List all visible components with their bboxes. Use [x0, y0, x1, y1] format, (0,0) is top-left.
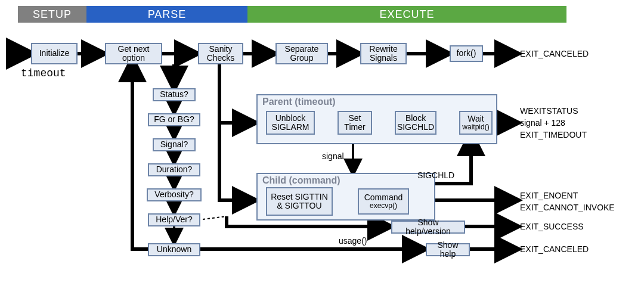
edge-label-usage: usage() [339, 236, 367, 246]
group-parent-title: Parent (timeout) [262, 97, 336, 107]
out-wait-1: WEXITSTATUS [520, 106, 578, 116]
node-status: Status? [153, 88, 196, 101]
out-unknown: EXIT_CANCELED [520, 244, 589, 254]
out-cmd-1: EXIT_ENOENT [520, 191, 578, 200]
out-wait-2: signal + 128 [520, 118, 565, 128]
node-unblock-siglarm: Unblock SIGLARM [266, 111, 315, 135]
group-child-title: Child (command) [262, 175, 340, 186]
node-block-sigchld: Block SIGCHLD [395, 111, 436, 135]
node-wait: Wait waitpid() [459, 111, 493, 135]
node-show-help-version: Show help/version [391, 221, 465, 234]
node-help-ver: Help/Ver? [148, 213, 200, 226]
phase-bar: SETUP PARSE EXECUTE [18, 6, 566, 23]
node-rewrite-signals: Rewrite Signals [360, 43, 407, 64]
entry-label: timeout [21, 67, 66, 79]
node-command-title: Command [364, 193, 403, 202]
node-fg-bg: FG or BG? [148, 113, 200, 126]
node-command-sub: execvp() [370, 202, 397, 210]
out-fork: EXIT_CANCELED [520, 49, 589, 58]
node-fork: fork() [450, 45, 483, 62]
phase-setup: SETUP [18, 6, 86, 23]
node-wait-sub: waitpid() [462, 123, 489, 131]
node-separate-group: Separate Group [275, 43, 328, 64]
edge-label-signal: signal [322, 151, 344, 161]
flowchart-canvas: timeout Initialize Get next option Sanit… [6, 35, 638, 291]
node-show-help: Show help [426, 243, 470, 256]
phase-parse: PARSE [86, 6, 247, 23]
out-help-version: EXIT_SUCCESS [520, 222, 584, 231]
node-set-timer: Set Timer [338, 111, 372, 135]
node-reset-sigttin: Reset SIGTTIN & SIGTTOU [266, 187, 333, 216]
node-get-next-option: Get next option [105, 43, 162, 64]
node-command: Command execvp() [358, 188, 409, 215]
node-sanity-checks: Sanity Checks [198, 43, 243, 64]
out-wait-3: EXIT_TIMEDOUT [520, 130, 587, 139]
svg-line-21 [203, 216, 227, 219]
node-initialize: Initialize [31, 43, 78, 64]
node-unknown: Unknown [148, 243, 200, 256]
node-verbosity: Verbosity? [147, 188, 202, 201]
node-duration: Duration? [148, 163, 200, 176]
node-wait-title: Wait [467, 114, 484, 123]
edge-label-sigchld: SIGCHLD [417, 170, 454, 180]
node-signal: Signal? [153, 138, 196, 151]
out-cmd-2: EXIT_CANNOT_INVOKE [520, 203, 615, 212]
phase-execute: EXECUTE [247, 6, 566, 23]
